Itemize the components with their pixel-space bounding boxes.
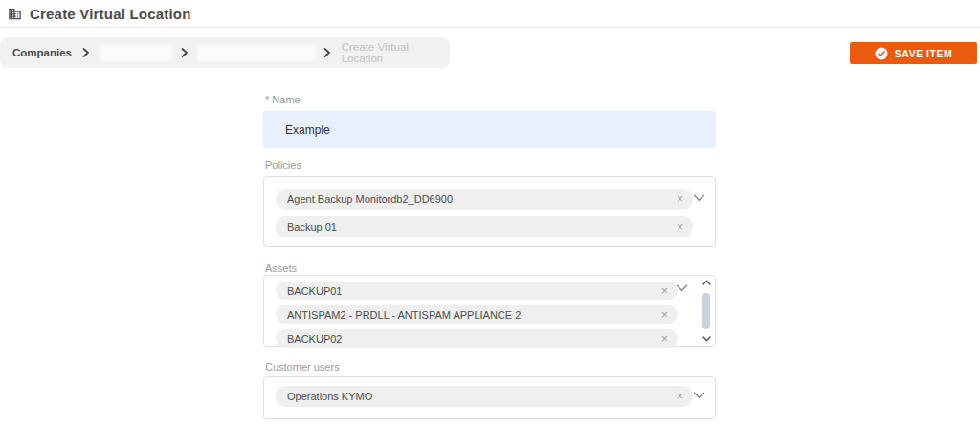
- asset-chip-label: BACKUP01: [287, 285, 342, 297]
- customer-users-field-label: Customer users: [265, 361, 340, 372]
- assets-chip-list: BACKUP01 × ANTISPAM2 - PRDLL - ANTISPAM …: [264, 276, 715, 348]
- create-virtual-location-page: Create Virtual Location Companies Create…: [0, 0, 980, 428]
- remove-chip-icon[interactable]: ×: [656, 333, 668, 345]
- asset-chip: BACKUP02 ×: [276, 329, 678, 348]
- asset-chip: BACKUP01 ×: [276, 282, 678, 300]
- breadcrumb-item-companies[interactable]: Companies: [12, 47, 72, 58]
- asset-chip: ANTISPAM2 - PRDLL - ANTISPAM APPLIANCE 2…: [276, 305, 678, 324]
- remove-chip-icon[interactable]: ×: [656, 309, 668, 321]
- scrollbar-thumb[interactable]: [702, 293, 710, 329]
- save-item-button[interactable]: SAVE ITEM: [850, 42, 977, 64]
- customer-user-chip-label: Operations KYMO: [287, 391, 372, 402]
- policies-field-label: Policies: [265, 159, 301, 170]
- chevron-down-icon[interactable]: [693, 194, 705, 202]
- policies-multiselect[interactable]: Agent Backup Monitordb2_DD6900 × Backup …: [263, 176, 716, 247]
- chevron-down-icon[interactable]: [693, 392, 705, 399]
- check-circle-icon: [875, 47, 888, 60]
- assets-scrollbar[interactable]: [701, 278, 712, 344]
- assets-field-label: Assets: [265, 262, 297, 274]
- asset-chip-label: ANTISPAM2 - PRDLL - ANTISPAM APPLIANCE 2: [287, 309, 521, 321]
- page-header: Create Virtual Location: [0, 0, 980, 28]
- policy-chip: Agent Backup Monitordb2_DD6900 ×: [276, 189, 693, 210]
- breadcrumb-item-current: Create Virtual Location: [342, 41, 450, 64]
- save-item-label: SAVE ITEM: [895, 48, 952, 59]
- chevron-down-icon[interactable]: [676, 284, 688, 292]
- customer-users-multiselect[interactable]: Operations KYMO ×: [263, 376, 716, 419]
- breadcrumb: Companies Create Virtual Location: [0, 37, 450, 68]
- policies-chip-list: Agent Backup Monitordb2_DD6900 × Backup …: [264, 177, 715, 237]
- chevron-right-icon: [82, 48, 90, 57]
- chevron-right-icon: [323, 48, 331, 57]
- asset-chip-label: BACKUP02: [287, 333, 342, 345]
- name-input[interactable]: [263, 111, 716, 148]
- scroll-down-icon[interactable]: [702, 334, 711, 344]
- remove-chip-icon[interactable]: ×: [656, 285, 668, 297]
- remove-chip-icon[interactable]: ×: [671, 193, 683, 205]
- remove-chip-icon[interactable]: ×: [671, 391, 683, 402]
- assets-multiselect[interactable]: BACKUP01 × ANTISPAM2 - PRDLL - ANTISPAM …: [263, 275, 716, 347]
- customer-users-chip-list: Operations KYMO ×: [264, 377, 715, 407]
- remove-chip-icon[interactable]: ×: [671, 221, 683, 233]
- scroll-up-icon[interactable]: [702, 278, 711, 287]
- policy-chip: Backup 01 ×: [276, 216, 693, 237]
- breadcrumb-item-redacted[interactable]: [99, 45, 173, 61]
- chevron-right-icon: [181, 48, 189, 57]
- page-title: Create Virtual Location: [30, 6, 191, 22]
- policy-chip-label: Agent Backup Monitordb2_DD6900: [287, 193, 453, 205]
- customer-user-chip: Operations KYMO ×: [276, 386, 693, 407]
- building-icon: [8, 7, 22, 21]
- policy-chip-label: Backup 01: [287, 221, 337, 233]
- name-field-label: * Name: [265, 94, 301, 105]
- breadcrumb-item-redacted[interactable]: [197, 45, 316, 61]
